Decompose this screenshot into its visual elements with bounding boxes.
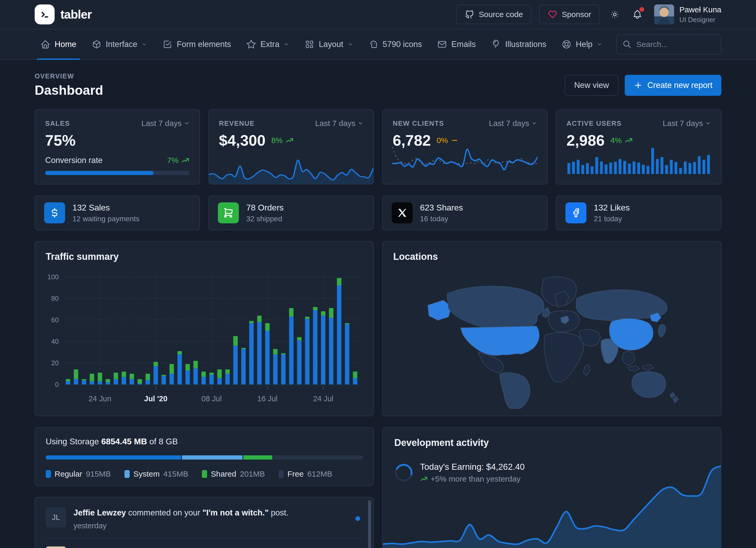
source-code-button[interactable]: Source code bbox=[456, 5, 531, 24]
stat-subtitle: 16 today bbox=[420, 215, 463, 223]
legend-shared: Shared 201MB bbox=[202, 470, 265, 478]
mail-icon bbox=[437, 39, 447, 49]
svg-text:100: 100 bbox=[48, 273, 59, 281]
kpi-value: $4,300 bbox=[219, 131, 265, 149]
conversion-rate-label: Conversion rate bbox=[45, 156, 103, 165]
search-box bbox=[616, 34, 721, 54]
users-range-dropdown[interactable]: Last 7 days bbox=[663, 119, 711, 128]
shares-stat-card: 623 Shares 16 today bbox=[382, 196, 548, 230]
theme-toggle-sun-icon[interactable] bbox=[607, 7, 622, 22]
nav-label: Home bbox=[55, 40, 76, 49]
currency-dollar-icon bbox=[44, 202, 65, 223]
brand-name: tabler bbox=[60, 7, 92, 22]
balloon-icon bbox=[491, 39, 501, 49]
brand-x-icon bbox=[392, 202, 413, 223]
svg-text:60: 60 bbox=[51, 316, 59, 324]
range-label: Last 7 days bbox=[141, 119, 182, 128]
activity-scrollbar[interactable] bbox=[368, 500, 371, 548]
stat-title: 132 Sales bbox=[72, 203, 139, 213]
kpi-delta: 7% bbox=[167, 156, 179, 165]
nav-label: Help bbox=[576, 40, 592, 49]
source-code-label: Source code bbox=[479, 10, 523, 19]
nav-label: Interface bbox=[106, 40, 138, 49]
stat-title: 132 Likes bbox=[594, 203, 630, 213]
sales-range-dropdown[interactable]: Last 7 days bbox=[141, 119, 190, 128]
range-label: Last 7 days bbox=[663, 119, 703, 128]
create-report-button[interactable]: Create new report bbox=[625, 75, 721, 96]
nav-item-emails[interactable]: Emails bbox=[431, 29, 481, 59]
conversion-progress bbox=[45, 171, 190, 175]
kpi-label: NEW CLIENTS bbox=[393, 119, 444, 128]
trending-up-icon bbox=[285, 136, 294, 145]
progress-ring-icon bbox=[394, 463, 413, 482]
revenue-kpi-card: REVENUE Last 7 days $4,300 8% bbox=[208, 109, 374, 185]
notifications-bell-icon[interactable] bbox=[630, 7, 645, 22]
terminal-logo-icon bbox=[35, 4, 55, 24]
nav-label: Illustrations bbox=[505, 40, 546, 49]
user-name: Paweł Kuna bbox=[679, 5, 721, 14]
chevron-down-icon bbox=[597, 41, 602, 47]
new-view-button[interactable]: New view bbox=[565, 75, 618, 96]
chevron-down-icon bbox=[348, 41, 353, 47]
unread-dot bbox=[355, 516, 360, 521]
trending-up-icon bbox=[181, 156, 190, 165]
trending-up-icon bbox=[624, 136, 633, 145]
development-activity-title: Development activity bbox=[394, 437, 709, 448]
stat-title: 623 Shares bbox=[420, 203, 463, 213]
user-avatar bbox=[654, 4, 674, 24]
chevron-down-icon bbox=[141, 41, 147, 47]
create-report-label: Create new report bbox=[647, 81, 712, 90]
nav-item-form-elements[interactable]: Form elements bbox=[157, 29, 237, 59]
nav-item-help[interactable]: Help bbox=[556, 29, 608, 59]
svg-text:16 Jul: 16 Jul bbox=[257, 394, 277, 403]
free-swatch bbox=[279, 470, 284, 478]
page-header: OVERVIEW Dashboard New view Create new r… bbox=[35, 72, 721, 98]
avatar-photo bbox=[46, 546, 66, 548]
system-swatch bbox=[124, 470, 130, 478]
kpi-delta: 4% bbox=[610, 136, 622, 145]
legend-free: Free 612MB bbox=[279, 470, 332, 478]
activity-item[interactable]: JL Jeffie Lewzey commented on your "I'm … bbox=[46, 499, 363, 538]
revenue-range-dropdown[interactable]: Last 7 days bbox=[315, 119, 363, 128]
nav-item-icons[interactable]: 5790 icons bbox=[363, 29, 428, 59]
brand-logo[interactable]: tabler bbox=[35, 4, 92, 24]
activity-text: Jeffie Lewzey commented on your "I'm not… bbox=[73, 507, 288, 519]
stat-title: 78 Orders bbox=[246, 203, 283, 213]
locations-title: Locations bbox=[393, 251, 710, 262]
activity-item[interactable]: It's Mallory Hulme's birthday. Wish him … bbox=[46, 538, 363, 548]
nav-item-interface[interactable]: Interface bbox=[86, 29, 153, 59]
sponsor-button[interactable]: Sponsor bbox=[539, 5, 600, 24]
chevron-down-icon bbox=[531, 120, 537, 126]
clients-range-dropdown[interactable]: Last 7 days bbox=[489, 119, 537, 128]
orders-stat-card: 78 Orders 32 shipped bbox=[208, 196, 374, 230]
nav-item-home[interactable]: Home bbox=[35, 29, 82, 59]
active-users-bar-chart bbox=[566, 145, 711, 174]
trending-up-icon bbox=[420, 475, 428, 483]
range-label: Last 7 days bbox=[315, 119, 355, 128]
kpi-label: ACTIVE USERS bbox=[566, 119, 622, 128]
locations-card: Locations bbox=[382, 241, 721, 416]
traffic-summary-chart: 02040608010024 JunJul '2008 Jul16 Jul24 … bbox=[46, 266, 363, 413]
github-icon bbox=[465, 9, 475, 19]
todays-earning: Today's Earning: $4,262.40 bbox=[420, 462, 525, 472]
nav-label: Form elements bbox=[177, 40, 231, 49]
user-menu[interactable]: Paweł Kuna UI Designer bbox=[654, 4, 721, 24]
search-input[interactable] bbox=[636, 40, 738, 49]
avatar-initials: JL bbox=[46, 507, 66, 528]
traffic-summary-card: Traffic summary 02040608010024 JunJul '2… bbox=[35, 241, 374, 416]
nav-label: 5790 icons bbox=[383, 40, 422, 49]
checkbox-icon bbox=[162, 39, 172, 49]
chevron-down-icon bbox=[184, 120, 190, 126]
nav-item-extra[interactable]: Extra bbox=[240, 29, 295, 59]
activity-feed-card: JL Jeffie Lewzey commented on your "I'm … bbox=[35, 497, 374, 548]
user-role: UI Designer bbox=[679, 16, 721, 24]
nav-item-layout[interactable]: Layout bbox=[299, 29, 359, 59]
svg-text:40: 40 bbox=[51, 338, 59, 345]
legend-system: System 415MB bbox=[124, 470, 188, 478]
main-nav: Home Interface Form elements Extra Layou… bbox=[0, 29, 756, 60]
page-title: Dashboard bbox=[35, 83, 103, 98]
star-icon bbox=[246, 39, 256, 49]
svg-text:08 Jul: 08 Jul bbox=[201, 394, 222, 403]
nav-item-illustrations[interactable]: Illustrations bbox=[485, 29, 552, 59]
stat-subtitle: 12 waiting payments bbox=[72, 215, 139, 223]
